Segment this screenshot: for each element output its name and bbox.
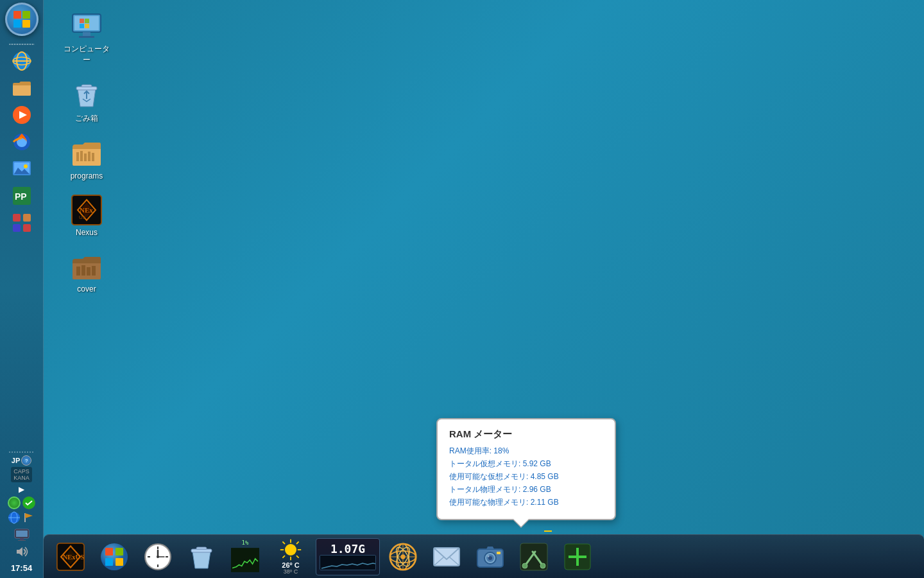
display-icon[interactable] [14, 529, 30, 544]
taskbar-clock[interactable] [137, 538, 178, 576]
taskbar-battery[interactable] [557, 538, 598, 576]
svg-point-56 [101, 543, 128, 570]
sidebar-item-pictures[interactable] [10, 157, 33, 180]
taskbar-recycle[interactable] [181, 538, 222, 576]
svg-line-77 [282, 541, 285, 544]
sidebar-divider-top [9, 44, 35, 45]
svg-rect-50 [76, 267, 80, 276]
taskbar-network[interactable] [382, 538, 424, 576]
ram-total-physical: トータル物理メモリ: 2.96 GB [449, 484, 603, 495]
expand-arrow[interactable]: ▶ [19, 485, 24, 494]
svg-rect-46 [92, 153, 94, 161]
status-green-icon[interactable] [8, 496, 21, 509]
nexus-icon-img: NEx US [71, 195, 102, 225]
taskbar-camera[interactable] [470, 538, 511, 576]
svg-point-102 [522, 563, 527, 568]
ram-meter-value: 1.07G [330, 543, 365, 556]
ram-tooltip: RAM メーター RAM使用率: 18% トータル仮想メモリ: 5.92 GB … [436, 418, 616, 520]
ram-total-virtual: トータル仮想メモリ: 5.92 GB [449, 459, 603, 469]
sidebar-item-app1[interactable]: PP [10, 184, 33, 207]
taskbar-tools[interactable] [513, 538, 554, 576]
svg-point-89 [400, 554, 405, 559]
svg-line-80 [282, 556, 285, 558]
ram-tooltip-title: RAM メーター [449, 428, 603, 441]
sidebar-item-firefox[interactable] [10, 130, 33, 153]
svg-rect-44 [84, 153, 87, 161]
desktop: PP JP ? CAPS KANA [0, 0, 924, 578]
svg-rect-52 [87, 267, 90, 276]
sidebar-bottom: JP ? CAPS KANA ▶ [8, 449, 35, 578]
svg-rect-31 [18, 540, 26, 541]
taskbar-start[interactable] [94, 538, 135, 576]
svg-point-72 [285, 544, 296, 556]
network-small-icon[interactable] [8, 511, 21, 527]
svg-rect-35 [83, 32, 90, 36]
sidebar-bottom-divider [9, 451, 35, 453]
caps-label: CAPS [13, 468, 30, 475]
weather-temp-2: 38º C [284, 569, 298, 575]
programs-icon-img [71, 138, 102, 169]
ram-usage: RAM使用率: 18% [449, 446, 603, 457]
svg-point-97 [488, 555, 490, 557]
svg-rect-45 [88, 152, 90, 161]
desktop-icon-programs[interactable]: programs [58, 134, 116, 184]
desktop-icon-computer[interactable]: コンピューター [58, 6, 116, 69]
start-button[interactable] [5, 3, 38, 36]
flag-icon[interactable] [22, 511, 35, 527]
svg-rect-1 [22, 11, 30, 19]
tray-row-2 [8, 511, 35, 527]
computer-icon-label: コンピューター [62, 44, 112, 66]
svg-rect-37 [80, 19, 84, 23]
svg-rect-106 [569, 556, 586, 558]
desktop-icon-cover[interactable]: cover [58, 247, 116, 297]
ram-chart [320, 555, 376, 570]
check-icon[interactable] [22, 496, 35, 509]
svg-point-15 [24, 164, 28, 168]
svg-rect-58 [116, 548, 123, 556]
desktop-icon-nexus[interactable]: NEx US Nexus [58, 191, 116, 241]
nexus-icon-label: Nexus [76, 228, 98, 237]
sidebar-item-app2[interactable] [10, 211, 33, 234]
svg-rect-40 [85, 24, 89, 28]
sidebar-item-folder[interactable] [10, 76, 33, 100]
desktop-icons: コンピューター ごみ箱 [51, 0, 122, 310]
desktop-icon-recycle[interactable]: ごみ箱 [58, 76, 116, 128]
svg-rect-38 [85, 19, 89, 23]
sidebar-item-video[interactable] [10, 103, 33, 127]
taskbar-weather[interactable]: 26º C 38º C [268, 538, 313, 575]
svg-rect-18 [13, 214, 21, 222]
svg-rect-41 [76, 87, 97, 90]
svg-rect-81 [320, 556, 376, 570]
svg-rect-36 [79, 36, 94, 38]
sidebar-item-ie[interactable] [10, 49, 33, 73]
recycle-icon-img [71, 80, 102, 110]
volume-icon[interactable] [14, 545, 30, 561]
taskbar-mail[interactable] [426, 538, 467, 576]
left-sidebar: PP JP ? CAPS KANA [0, 0, 44, 578]
svg-rect-20 [13, 224, 21, 232]
help-icon[interactable]: ? [21, 455, 31, 466]
svg-line-78 [296, 556, 299, 558]
svg-rect-2 [13, 20, 21, 28]
svg-marker-32 [17, 547, 22, 556]
programs-icon-label: programs [71, 171, 103, 180]
taskbar-system-monitor[interactable]: 1% [225, 538, 266, 576]
taskbar-nexus[interactable]: NExUS [50, 538, 91, 576]
ram-available-physical: 使用可能な物理メモリ: 2.11 GB [449, 497, 603, 508]
lang-indicator[interactable]: JP [12, 457, 20, 464]
svg-rect-39 [80, 24, 84, 28]
ram-available-virtual: 使用可能な仮想メモリ: 4.85 GB [449, 471, 603, 482]
svg-line-79 [296, 541, 299, 544]
svg-rect-70 [191, 549, 212, 552]
svg-rect-60 [116, 558, 123, 566]
svg-text:NEx: NEx [80, 206, 93, 214]
recycle-icon-label: ごみ箱 [75, 113, 98, 124]
cover-icon-label: cover [77, 285, 96, 293]
svg-rect-59 [105, 558, 113, 566]
computer-icon-img [71, 10, 102, 41]
svg-rect-43 [80, 151, 83, 161]
taskbar-ram-meter[interactable]: 1.07G [316, 538, 380, 575]
svg-text:US: US [79, 215, 86, 220]
cursor-indicator [544, 530, 552, 532]
tray-row-1 [8, 496, 35, 509]
